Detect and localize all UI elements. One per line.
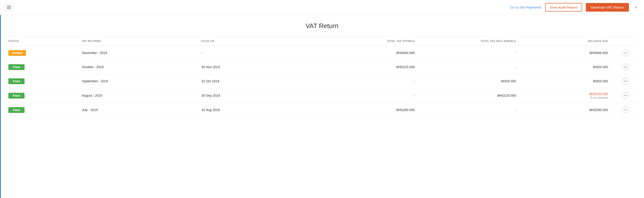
header-right: Go to Tax Payments View Audit Report Gen… <box>510 3 639 12</box>
action-cell <box>612 74 639 88</box>
vat-returns-cell: August - 2019 <box>78 88 198 103</box>
tax-reclaimable-cell: - <box>419 46 520 60</box>
column-header-filed-on: FILED ON <box>198 36 327 46</box>
view-audit-report-button[interactable]: View Audit Report <box>545 3 582 12</box>
hamburger-button[interactable] <box>5 3 13 12</box>
tax-reclaimable-cell: BHD5.000 <box>419 74 520 88</box>
filed-on-cell: 31 Aug 2019 <box>198 103 327 117</box>
tax-reclaimable-cell: - <box>419 60 520 74</box>
action-cell <box>612 103 639 117</box>
vat-returns-cell: November - 2019 <box>78 46 198 60</box>
tax-payable-cell: - <box>327 74 419 88</box>
balance-due-cell: BHD600.000 <box>520 46 612 60</box>
tax-payable-cell: BHD280.000 <box>327 103 419 117</box>
table-header-row: STATUS VAT RETURNS FILED ON TOTAL TAX PA… <box>5 36 639 46</box>
table-row: UnfiledNovember - 2019-BHD600.000-BHD600… <box>5 46 639 60</box>
tax-payable-cell: BHD600.000 <box>327 46 419 60</box>
vat-returns-cell: October - 2019 <box>78 60 198 74</box>
status-badge: Unfiled <box>8 50 26 56</box>
expand-button[interactable] <box>622 64 629 70</box>
status-badge: Filed <box>8 93 24 98</box>
action-cell <box>612 60 639 74</box>
column-header-balance-due: BALANCE DUE <box>520 36 612 46</box>
page-title: VAT Return <box>0 22 644 30</box>
vat-returns-cell: July - 2019 <box>78 103 198 117</box>
expand-button[interactable] <box>622 107 629 113</box>
balance-note: To be reclaimed <box>524 96 608 99</box>
action-cell <box>612 46 639 60</box>
table-row: FiledJuly - 201931 Aug 2019BHD280.000-BH… <box>5 103 639 117</box>
table-container: STATUS VAT RETURNS FILED ON TOTAL TAX PA… <box>0 36 644 117</box>
balance-due-value: BHD220.000 <box>590 92 608 96</box>
filed-on-cell: 31 Oct 2019 <box>198 74 327 88</box>
column-header-tax-reclaimable: TOTAL TAX RECLAIMABLE <box>419 36 520 46</box>
vat-return-table: STATUS VAT RETURNS FILED ON TOTAL TAX PA… <box>5 36 639 117</box>
tax-payable-cell: - <box>327 88 419 103</box>
hamburger-line-3 <box>7 8 11 9</box>
filed-on-cell: - <box>198 46 327 60</box>
action-cell <box>612 88 639 103</box>
status-badge: Filed <box>8 107 24 113</box>
page-title-section: VAT Return <box>0 15 644 36</box>
balance-due-cell: BHD0.000 <box>520 74 612 88</box>
tax-reclaimable-cell: BHD220.000 <box>419 88 520 103</box>
header: Go to Tax Payments View Audit Report Gen… <box>0 0 644 15</box>
balance-due-cell: BHD280.000 <box>520 103 612 117</box>
column-header-status: STATUS <box>5 36 78 46</box>
tax-payments-link[interactable]: Go to Tax Payments <box>510 5 542 9</box>
expand-button[interactable] <box>622 78 629 84</box>
status-badge: Filed <box>8 78 24 84</box>
close-button[interactable]: × <box>633 4 639 11</box>
column-header-action <box>612 36 639 46</box>
column-header-vat-returns: VAT RETURNS <box>78 36 198 46</box>
filed-on-cell: 30 Sep 2019 <box>198 88 327 103</box>
balance-due-cell: BHD0.000 <box>520 60 612 74</box>
generate-vat-return-button[interactable]: Generate VAT Return <box>586 3 629 12</box>
hamburger-line-1 <box>7 6 11 6</box>
tax-payable-cell: BHD215.000 <box>327 60 419 74</box>
filed-on-cell: 30 Nov 2019 <box>198 60 327 74</box>
status-badge: Filed <box>8 64 24 70</box>
table-row: FiledSeptember - 201931 Oct 2019-BHD5.00… <box>5 74 639 88</box>
column-header-tax-payable: TOTAL TAX PAYABLE <box>327 36 419 46</box>
table-row: FiledOctober - 201930 Nov 2019BHD215.000… <box>5 60 639 74</box>
table-row: FiledAugust - 201930 Sep 2019-BHD220.000… <box>5 88 639 103</box>
expand-button[interactable] <box>622 92 629 99</box>
hamburger-line-2 <box>7 7 11 8</box>
header-left <box>5 3 13 12</box>
vat-returns-cell: September - 2019 <box>78 74 198 88</box>
expand-button[interactable] <box>622 50 629 56</box>
tax-reclaimable-cell: - <box>419 103 520 117</box>
balance-due-cell: BHD220.000To be reclaimed <box>520 88 612 103</box>
